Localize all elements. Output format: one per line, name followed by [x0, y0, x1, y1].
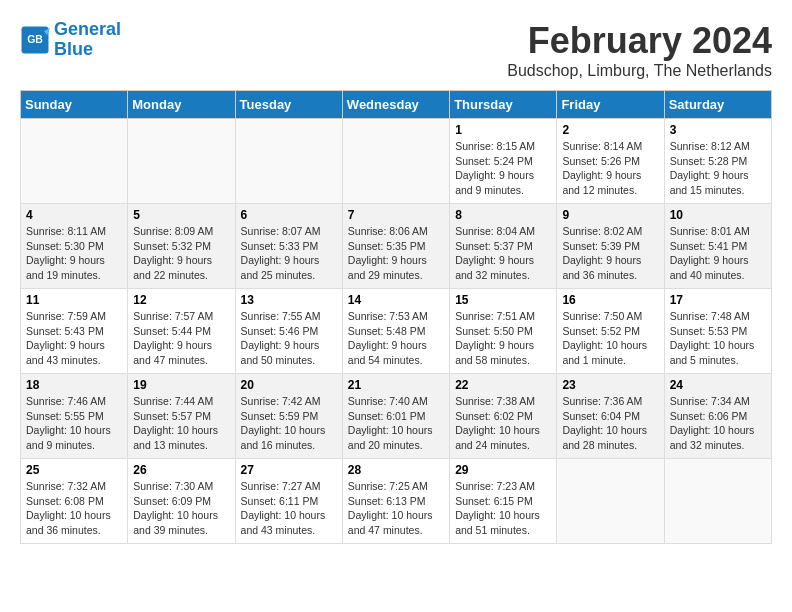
subtitle: Budschop, Limburg, The Netherlands: [507, 62, 772, 80]
day-number: 17: [670, 293, 766, 307]
day-number: 6: [241, 208, 337, 222]
day-number: 9: [562, 208, 658, 222]
day-info: Sunrise: 8:14 AM Sunset: 5:26 PM Dayligh…: [562, 139, 658, 198]
day-cell: 19Sunrise: 7:44 AM Sunset: 5:57 PM Dayli…: [128, 374, 235, 459]
day-cell: 15Sunrise: 7:51 AM Sunset: 5:50 PM Dayli…: [450, 289, 557, 374]
day-info: Sunrise: 7:40 AM Sunset: 6:01 PM Dayligh…: [348, 394, 444, 453]
day-number: 10: [670, 208, 766, 222]
day-cell: 12Sunrise: 7:57 AM Sunset: 5:44 PM Dayli…: [128, 289, 235, 374]
logo: GB General Blue: [20, 20, 121, 60]
day-number: 14: [348, 293, 444, 307]
day-cell: 18Sunrise: 7:46 AM Sunset: 5:55 PM Dayli…: [21, 374, 128, 459]
day-info: Sunrise: 7:46 AM Sunset: 5:55 PM Dayligh…: [26, 394, 122, 453]
day-info: Sunrise: 7:38 AM Sunset: 6:02 PM Dayligh…: [455, 394, 551, 453]
header: GB General Blue February 2024 Budschop, …: [20, 20, 772, 80]
day-cell: 26Sunrise: 7:30 AM Sunset: 6:09 PM Dayli…: [128, 459, 235, 544]
header-cell-friday: Friday: [557, 91, 664, 119]
header-row: SundayMondayTuesdayWednesdayThursdayFrid…: [21, 91, 772, 119]
day-info: Sunrise: 8:12 AM Sunset: 5:28 PM Dayligh…: [670, 139, 766, 198]
day-cell: 14Sunrise: 7:53 AM Sunset: 5:48 PM Dayli…: [342, 289, 449, 374]
day-number: 2: [562, 123, 658, 137]
day-number: 1: [455, 123, 551, 137]
day-info: Sunrise: 8:06 AM Sunset: 5:35 PM Dayligh…: [348, 224, 444, 283]
day-number: 4: [26, 208, 122, 222]
day-cell: 20Sunrise: 7:42 AM Sunset: 5:59 PM Dayli…: [235, 374, 342, 459]
day-number: 19: [133, 378, 229, 392]
day-info: Sunrise: 7:36 AM Sunset: 6:04 PM Dayligh…: [562, 394, 658, 453]
day-number: 25: [26, 463, 122, 477]
day-info: Sunrise: 7:44 AM Sunset: 5:57 PM Dayligh…: [133, 394, 229, 453]
day-number: 18: [26, 378, 122, 392]
day-number: 7: [348, 208, 444, 222]
header-cell-tuesday: Tuesday: [235, 91, 342, 119]
header-cell-thursday: Thursday: [450, 91, 557, 119]
day-number: 22: [455, 378, 551, 392]
day-info: Sunrise: 7:59 AM Sunset: 5:43 PM Dayligh…: [26, 309, 122, 368]
day-cell: 25Sunrise: 7:32 AM Sunset: 6:08 PM Dayli…: [21, 459, 128, 544]
header-cell-wednesday: Wednesday: [342, 91, 449, 119]
day-number: 11: [26, 293, 122, 307]
day-cell: 8Sunrise: 8:04 AM Sunset: 5:37 PM Daylig…: [450, 204, 557, 289]
day-cell: 24Sunrise: 7:34 AM Sunset: 6:06 PM Dayli…: [664, 374, 771, 459]
main-title: February 2024: [507, 20, 772, 62]
day-cell: 29Sunrise: 7:23 AM Sunset: 6:15 PM Dayli…: [450, 459, 557, 544]
day-info: Sunrise: 7:27 AM Sunset: 6:11 PM Dayligh…: [241, 479, 337, 538]
day-number: 21: [348, 378, 444, 392]
day-info: Sunrise: 7:57 AM Sunset: 5:44 PM Dayligh…: [133, 309, 229, 368]
day-cell: [664, 459, 771, 544]
day-cell: 11Sunrise: 7:59 AM Sunset: 5:43 PM Dayli…: [21, 289, 128, 374]
day-number: 5: [133, 208, 229, 222]
day-info: Sunrise: 8:09 AM Sunset: 5:32 PM Dayligh…: [133, 224, 229, 283]
day-info: Sunrise: 8:11 AM Sunset: 5:30 PM Dayligh…: [26, 224, 122, 283]
week-row-5: 25Sunrise: 7:32 AM Sunset: 6:08 PM Dayli…: [21, 459, 772, 544]
day-number: 27: [241, 463, 337, 477]
day-info: Sunrise: 8:04 AM Sunset: 5:37 PM Dayligh…: [455, 224, 551, 283]
day-cell: [557, 459, 664, 544]
day-cell: 5Sunrise: 8:09 AM Sunset: 5:32 PM Daylig…: [128, 204, 235, 289]
day-cell: 28Sunrise: 7:25 AM Sunset: 6:13 PM Dayli…: [342, 459, 449, 544]
day-cell: 13Sunrise: 7:55 AM Sunset: 5:46 PM Dayli…: [235, 289, 342, 374]
day-cell: [235, 119, 342, 204]
day-cell: [21, 119, 128, 204]
day-info: Sunrise: 8:07 AM Sunset: 5:33 PM Dayligh…: [241, 224, 337, 283]
header-cell-monday: Monday: [128, 91, 235, 119]
day-info: Sunrise: 8:02 AM Sunset: 5:39 PM Dayligh…: [562, 224, 658, 283]
day-number: 12: [133, 293, 229, 307]
day-info: Sunrise: 7:32 AM Sunset: 6:08 PM Dayligh…: [26, 479, 122, 538]
day-info: Sunrise: 7:23 AM Sunset: 6:15 PM Dayligh…: [455, 479, 551, 538]
day-info: Sunrise: 7:48 AM Sunset: 5:53 PM Dayligh…: [670, 309, 766, 368]
day-cell: 6Sunrise: 8:07 AM Sunset: 5:33 PM Daylig…: [235, 204, 342, 289]
day-cell: 22Sunrise: 7:38 AM Sunset: 6:02 PM Dayli…: [450, 374, 557, 459]
day-cell: 9Sunrise: 8:02 AM Sunset: 5:39 PM Daylig…: [557, 204, 664, 289]
day-number: 24: [670, 378, 766, 392]
day-number: 13: [241, 293, 337, 307]
day-cell: 17Sunrise: 7:48 AM Sunset: 5:53 PM Dayli…: [664, 289, 771, 374]
header-cell-saturday: Saturday: [664, 91, 771, 119]
day-info: Sunrise: 7:50 AM Sunset: 5:52 PM Dayligh…: [562, 309, 658, 368]
day-number: 20: [241, 378, 337, 392]
day-number: 29: [455, 463, 551, 477]
day-cell: 21Sunrise: 7:40 AM Sunset: 6:01 PM Dayli…: [342, 374, 449, 459]
calendar-table: SundayMondayTuesdayWednesdayThursdayFrid…: [20, 90, 772, 544]
day-cell: 7Sunrise: 8:06 AM Sunset: 5:35 PM Daylig…: [342, 204, 449, 289]
logo-line1: General: [54, 19, 121, 39]
week-row-1: 1Sunrise: 8:15 AM Sunset: 5:24 PM Daylig…: [21, 119, 772, 204]
logo-icon: GB: [20, 25, 50, 55]
day-number: 23: [562, 378, 658, 392]
day-info: Sunrise: 7:51 AM Sunset: 5:50 PM Dayligh…: [455, 309, 551, 368]
day-info: Sunrise: 8:15 AM Sunset: 5:24 PM Dayligh…: [455, 139, 551, 198]
svg-text:GB: GB: [27, 33, 43, 45]
day-cell: 27Sunrise: 7:27 AM Sunset: 6:11 PM Dayli…: [235, 459, 342, 544]
day-cell: 2Sunrise: 8:14 AM Sunset: 5:26 PM Daylig…: [557, 119, 664, 204]
day-cell: 3Sunrise: 8:12 AM Sunset: 5:28 PM Daylig…: [664, 119, 771, 204]
day-info: Sunrise: 8:01 AM Sunset: 5:41 PM Dayligh…: [670, 224, 766, 283]
logo-text: General Blue: [54, 20, 121, 60]
day-number: 26: [133, 463, 229, 477]
day-info: Sunrise: 7:42 AM Sunset: 5:59 PM Dayligh…: [241, 394, 337, 453]
day-cell: 23Sunrise: 7:36 AM Sunset: 6:04 PM Dayli…: [557, 374, 664, 459]
day-cell: 4Sunrise: 8:11 AM Sunset: 5:30 PM Daylig…: [21, 204, 128, 289]
day-info: Sunrise: 7:30 AM Sunset: 6:09 PM Dayligh…: [133, 479, 229, 538]
week-row-2: 4Sunrise: 8:11 AM Sunset: 5:30 PM Daylig…: [21, 204, 772, 289]
title-section: February 2024 Budschop, Limburg, The Net…: [507, 20, 772, 80]
day-cell: 16Sunrise: 7:50 AM Sunset: 5:52 PM Dayli…: [557, 289, 664, 374]
